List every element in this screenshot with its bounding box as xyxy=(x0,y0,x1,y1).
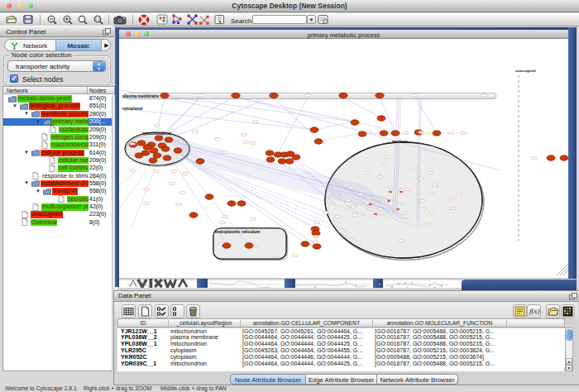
svg-text:endoplasmic reticulum: endoplasmic reticulum xyxy=(215,229,261,234)
svg-text:unassigned: unassigned xyxy=(515,69,536,73)
svg-text:nucleus: nucleus xyxy=(392,139,408,144)
svg-text:plasma membrane: plasma membrane xyxy=(122,93,159,98)
svg-text:cytoplasm: cytoplasm xyxy=(122,106,143,111)
svg-text:mitochondrion: mitochondrion xyxy=(142,131,171,136)
svg-text:1:1: 1:1 xyxy=(95,17,101,22)
